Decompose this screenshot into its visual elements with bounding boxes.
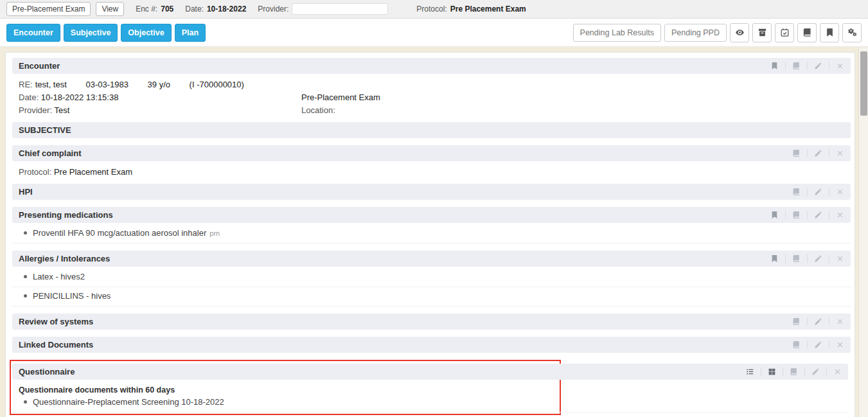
provider-value: Test [54,105,69,115]
pencil-icon[interactable] [807,149,829,157]
questionnaire-title: Questionnaire [19,367,75,377]
pending-lab-results-button[interactable]: Pending Lab Results [573,24,661,42]
vertical-scrollbar[interactable] [858,48,868,417]
enc-date: Date: 10-18-2022 [185,4,246,13]
view-button[interactable]: View [96,2,124,16]
medication-list: Proventil HFA 90 mcg/actuation aerosol i… [12,224,851,244]
book-icon[interactable] [797,23,817,42]
book-icon[interactable] [783,368,804,376]
objective-nav-button[interactable]: Objective [121,24,171,42]
close-icon[interactable] [829,211,851,219]
review-of-systems-section: Review of systems [12,314,851,330]
subjective-title: SUBJECTIVE [19,125,71,135]
hpi-title: HPI [19,187,33,197]
location-line: Location: [301,105,848,115]
allergy-item: Latex - hives2 [12,268,851,287]
bullet-dot [24,400,27,404]
hpi-section: HPI [12,184,851,200]
nav-buttons: Encounter Subjective Objective Plan [6,24,206,42]
location-label: Location: [301,105,335,115]
book-icon[interactable] [785,62,807,70]
bullet-dot [24,275,27,278]
encounter-note-panel: Encounter RE:test, test 03-03-1983 39 y/… [5,52,855,417]
questionnaire-document-list: Questionnaire-Preplacement Screening 10-… [12,395,848,413]
date-value: 10-18-2022 [207,4,246,13]
pencil-icon[interactable] [807,188,829,196]
close-icon[interactable] [826,368,848,376]
questionnaire-section: Questionnaire Questionnaire documents wi… [12,364,848,413]
list-view-icon[interactable] [739,368,761,376]
encounter-nav-button[interactable]: Encounter [6,24,60,42]
book-icon[interactable] [785,149,807,157]
questionnaire-document-name: Questionnaire-Preplacement Screening 10-… [33,397,224,407]
bookmark-icon[interactable] [763,62,785,70]
eye-icon[interactable] [730,23,749,42]
pencil-icon[interactable] [807,317,829,326]
subjective-header: SUBJECTIVE [12,122,851,138]
pencil-icon[interactable] [807,62,829,70]
close-icon[interactable] [829,62,851,70]
close-icon[interactable] [829,317,851,326]
allergies-header: Allergies / Intolerances [12,251,851,267]
allergy-text: Latex - hives2 [33,272,85,281]
exam-tab-button[interactable]: Pre-Placement Exam [6,2,91,16]
book-icon[interactable] [785,254,807,263]
book-icon[interactable] [785,341,807,349]
scrollbar-thumb[interactable] [860,51,867,116]
book-icon[interactable] [785,317,807,326]
provider-label: Provider: [258,4,288,13]
gears-icon[interactable] [842,23,862,42]
allergy-item: PENICILLINS - hives [12,287,851,306]
encounter-context-bar: Pre-Placement Exam View Enc #: 705 Date:… [0,0,868,19]
subjective-divider-section: SUBJECTIVE [12,122,851,138]
encounter-details: RE:test, test 03-03-1983 39 y/o (I -7000… [12,74,851,115]
close-icon[interactable] [829,341,851,349]
medication-item: Proventil HFA 90 mcg/actuation aerosol i… [12,224,851,244]
chief-complaint-body: Protocol: Pre Placement Exam [12,161,851,177]
hpi-header: HPI [12,184,851,200]
bookmark-icon[interactable] [763,211,785,219]
chief-complaint-section: Chief complaint Protocol: Pre Placement … [12,145,851,177]
re-label: RE: [19,80,33,89]
close-icon[interactable] [829,188,851,196]
bullet-dot [24,231,27,235]
patient-age: 39 y/o [148,80,170,89]
calendar-check-icon[interactable] [775,23,794,42]
linked-documents-section: Linked Documents [12,337,851,353]
pencil-icon[interactable] [807,211,829,219]
linked-documents-title: Linked Documents [19,340,93,350]
questionnaire-document-item[interactable]: Questionnaire-Preplacement Screening 10-… [12,395,848,413]
bookmark-icon[interactable] [820,23,839,42]
section-nav-toolbar: Encounter Subjective Objective Plan Pend… [0,19,868,47]
allergy-list: Latex - hives2 PENICILLINS - hives [12,268,851,306]
subjective-nav-button[interactable]: Subjective [64,24,118,42]
exam-type: Pre-Placement Exam [301,93,848,102]
date-label: Date: [185,4,204,13]
close-icon[interactable] [829,149,851,157]
chief-complaint-title: Chief complaint [19,148,82,158]
provider-input[interactable] [292,3,388,15]
pencil-icon[interactable] [807,254,829,263]
pencil-icon[interactable] [804,368,826,376]
pencil-icon[interactable] [807,341,829,349]
grid-view-icon[interactable] [761,368,783,376]
patient-line: RE:test, test 03-03-1983 39 y/o (I -7000… [19,80,848,89]
enc-label: Enc #: [136,4,157,13]
book-icon[interactable] [785,211,807,219]
chief-complaint-header: Chief complaint [12,145,851,161]
pending-ppd-button[interactable]: Pending PPD [664,24,727,42]
allergies-section: Allergies / Intolerances Latex - hives2 … [12,251,851,306]
archive-icon[interactable] [752,23,772,42]
date-value: 10-18-2022 13:15:38 [41,93,119,102]
close-icon[interactable] [829,254,851,263]
bookmark-icon[interactable] [763,254,785,263]
protocol-value: Pre Placement Exam [450,4,526,13]
questionnaire-header: Questionnaire [12,364,848,380]
plan-nav-button[interactable]: Plan [175,24,206,42]
book-icon[interactable] [785,188,807,196]
protocol-label: Protocol: [19,167,51,177]
protocol-group: Protocol: Pre Placement Exam [416,4,526,13]
patient-name: test, test [35,80,67,89]
toolbar-right-actions: Pending Lab Results Pending PPD [573,23,862,42]
encounter-section-title: Encounter [19,61,60,71]
